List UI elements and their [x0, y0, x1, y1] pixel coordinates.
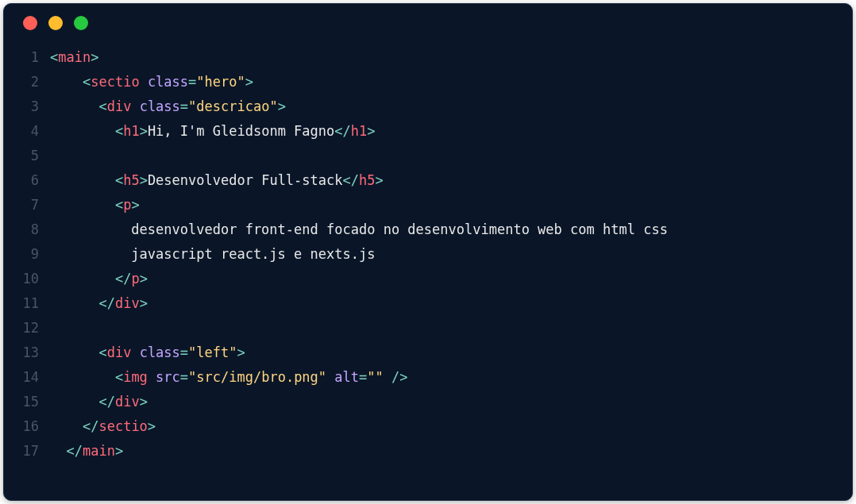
code-line[interactable] [50, 144, 852, 168]
token-punc: </ [83, 418, 98, 434]
code-editor-window: 1234567891011121314151617 <main> <sectio… [3, 3, 853, 501]
token-sp [140, 74, 148, 90]
code-area: 1234567891011121314151617 <main> <sectio… [4, 42, 852, 464]
token-tag: h5 [123, 172, 139, 188]
line-number: 7 [4, 193, 39, 217]
code-line[interactable]: <div class="descricao"> [50, 94, 852, 119]
token-punc: > [131, 197, 139, 213]
token-sp [326, 369, 334, 385]
token-tag: h5 [359, 172, 375, 188]
code-line[interactable]: </sectio> [50, 414, 852, 439]
maximize-icon[interactable] [74, 16, 88, 30]
code-line[interactable]: <main> [50, 45, 852, 70]
token-punc: < [98, 98, 106, 114]
token-indent [50, 74, 83, 90]
token-tag: div [107, 98, 132, 114]
token-punc: < [115, 123, 123, 139]
token-attr: class [148, 74, 188, 90]
line-number: 3 [4, 94, 39, 119]
line-number: 9 [4, 242, 39, 267]
line-number: 6 [4, 168, 39, 193]
token-punc: < [115, 197, 123, 213]
code-line[interactable]: javascript react.js e nexts.js [50, 242, 852, 267]
token-punc: </ [98, 295, 114, 311]
token-punc: </ [334, 123, 350, 139]
token-eq: = [180, 344, 188, 360]
code-line[interactable]: <div class="left"> [50, 340, 852, 365]
token-tag: p [123, 197, 131, 213]
token-punc: < [50, 49, 58, 65]
token-str: "" [367, 369, 383, 385]
code-line[interactable]: </p> [50, 267, 852, 291]
line-number: 15 [4, 390, 39, 414]
code-line[interactable]: <p> [50, 193, 852, 217]
code-line[interactable]: <h1>Hi, I'm Gleidsonm Fagno</h1> [50, 119, 852, 144]
token-sp [131, 344, 139, 360]
token-text: Desenvolvedor Full-stack [148, 172, 343, 188]
line-number: 14 [4, 365, 39, 390]
token-eq: = [359, 369, 367, 385]
token-punc: > [245, 74, 253, 90]
line-number: 12 [4, 316, 39, 340]
token-sp [131, 98, 139, 114]
line-number: 16 [4, 414, 39, 439]
token-tag: div [115, 295, 140, 311]
token-indent [50, 197, 115, 213]
token-indent [50, 369, 115, 385]
token-tag: main [83, 443, 115, 459]
token-punc: > [140, 295, 148, 311]
line-number: 13 [4, 340, 39, 365]
token-indent [50, 98, 98, 114]
token-punc: > [375, 172, 383, 188]
token-punc: > [278, 98, 286, 114]
token-punc: < [115, 172, 123, 188]
token-attr: alt [334, 369, 359, 385]
token-tag: sectio [91, 74, 139, 90]
token-str: "src/img/bro.png" [188, 369, 326, 385]
line-number: 8 [4, 217, 39, 242]
line-number: 10 [4, 267, 39, 291]
token-punc: > [140, 123, 148, 139]
token-str: "hero" [196, 74, 245, 90]
line-number: 5 [4, 144, 39, 168]
token-indent [50, 123, 115, 139]
code-line[interactable]: </div> [50, 390, 852, 414]
token-punc: < [98, 344, 106, 360]
token-punc: > [140, 271, 148, 287]
token-tag: p [131, 271, 139, 287]
close-icon[interactable] [23, 16, 37, 30]
code-line[interactable]: <sectio class="hero"> [50, 70, 852, 94]
token-punc: < [115, 369, 123, 385]
line-number: 17 [4, 439, 39, 464]
token-tag: h1 [123, 123, 139, 139]
token-punc: > [367, 123, 375, 139]
token-punc: </ [343, 172, 359, 188]
minimize-icon[interactable] [48, 16, 63, 30]
code-line[interactable]: <img src="src/img/bro.png" alt="" /> [50, 365, 852, 390]
token-punc: > [91, 49, 98, 65]
window-titlebar [4, 4, 852, 42]
token-eq: = [180, 98, 188, 114]
code-line[interactable]: <h5>Desenvolvedor Full-stack</h5> [50, 168, 852, 193]
token-tag: img [123, 369, 148, 385]
token-indent [50, 271, 115, 287]
token-attr: class [140, 98, 180, 114]
token-tag: h1 [351, 123, 367, 139]
token-str: "left" [188, 344, 237, 360]
token-punc: /> [391, 369, 407, 385]
code-content[interactable]: <main> <sectio class="hero"> <div class=… [50, 45, 852, 464]
line-number: 11 [4, 291, 39, 316]
token-indent [50, 221, 131, 237]
token-str: "descricao" [188, 98, 278, 114]
token-tag: sectio [98, 418, 147, 434]
token-punc: > [140, 172, 148, 188]
token-punc: > [237, 344, 245, 360]
token-eq: = [188, 74, 196, 90]
token-punc: > [115, 443, 123, 459]
code-line[interactable] [50, 316, 852, 340]
code-line[interactable]: desenvolvedor front-end focado no desenv… [50, 217, 852, 242]
token-punc: < [83, 74, 91, 90]
code-line[interactable]: </div> [50, 291, 852, 316]
token-indent [50, 295, 98, 311]
code-line[interactable]: </main> [50, 439, 852, 464]
